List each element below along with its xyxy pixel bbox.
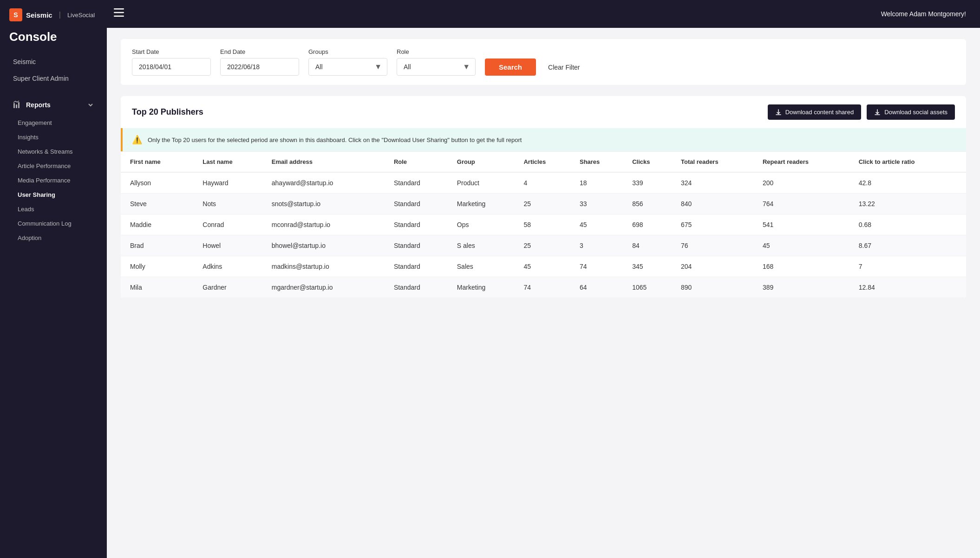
content-area: Start Date End Date Groups All Marketing… [107, 28, 980, 558]
console-label: Console [0, 26, 107, 53]
download-content-button[interactable]: Download content shared [768, 104, 861, 120]
col-lastname: Last name [197, 152, 266, 173]
download-content-icon [775, 109, 782, 116]
notice-bar: ⚠️ Only the Top 20 users for the selecte… [121, 128, 966, 151]
role-field: Role All Standard Admin ▼ [397, 48, 476, 76]
search-button[interactable]: Search [485, 58, 536, 76]
start-date-input[interactable] [132, 58, 211, 76]
table-section: Top 20 Publishers Download content share… [121, 96, 966, 298]
svg-rect-2 [18, 102, 20, 108]
clear-filter-button[interactable]: Clear Filter [545, 59, 582, 76]
reports-label: Reports [26, 101, 51, 109]
table-body: AllysonHaywardahayward@startup.ioStandar… [121, 172, 966, 298]
main-area: Welcome Adam Montgomery! Start Date End … [107, 0, 980, 558]
col-firstname: First name [121, 152, 197, 173]
role-select[interactable]: All Standard Admin [397, 58, 476, 76]
warning-icon: ⚠️ [132, 135, 142, 145]
col-role: Role [388, 152, 451, 173]
role-select-wrap: All Standard Admin ▼ [397, 58, 476, 76]
groups-select-wrap: All Marketing Sales Product Ops ▼ [308, 58, 387, 76]
hamburger-button[interactable] [114, 8, 124, 18]
notice-text: Only the Top 20 users for the selected p… [148, 136, 522, 143]
groups-field: Groups All Marketing Sales Product Ops ▼ [308, 48, 387, 76]
col-group: Group [451, 152, 518, 173]
filter-bar: Start Date End Date Groups All Marketing… [121, 39, 966, 85]
start-date-label: Start Date [132, 48, 211, 55]
table-row: AllysonHaywardahayward@startup.ioStandar… [121, 172, 966, 194]
sidebar-item-seismic[interactable]: Seismic [4, 53, 103, 70]
welcome-message: Welcome Adam Montgomery! [881, 10, 966, 18]
download-social-button[interactable]: Download social assets [867, 104, 955, 120]
role-label: Role [397, 48, 476, 55]
reports-icon [13, 101, 21, 109]
sidebar-reports-header[interactable]: Reports [4, 96, 103, 114]
table-row: MaddieConradmconrad@startup.ioStandardOp… [121, 214, 966, 235]
sidebar: S Seismic | LiveSocial Console Seismic S… [0, 0, 107, 558]
chevron-down-icon [87, 102, 94, 108]
svg-rect-5 [114, 16, 124, 17]
col-email: Email address [266, 152, 388, 173]
sidebar-item-article-performance[interactable]: Article Performance [4, 159, 103, 173]
logo-area: S Seismic | LiveSocial [0, 0, 107, 26]
start-date-field: Start Date [132, 48, 211, 76]
svg-rect-0 [13, 103, 15, 108]
table-title: Top 20 Publishers [132, 107, 203, 117]
table-row: SteveNotssnots@startup.ioStandardMarketi… [121, 194, 966, 214]
sidebar-item-adoption[interactable]: Adoption [4, 231, 103, 245]
table-row: MilaGardnermgardner@startup.ioStandardMa… [121, 277, 966, 298]
table-row: BradHowelbhowel@startup.ioStandardS ales… [121, 235, 966, 256]
download-social-icon [874, 109, 881, 116]
table-actions: Download content shared Download social … [768, 104, 955, 120]
logo-icon: S [9, 8, 22, 21]
table-header-row: Top 20 Publishers Download content share… [121, 96, 966, 128]
logo-divider: | [59, 11, 61, 19]
table-header: First name Last name Email address Role … [121, 152, 966, 173]
col-ratio: Click to article ratio [853, 152, 966, 173]
end-date-field: End Date [220, 48, 299, 76]
col-total-readers: Total readers [675, 152, 757, 173]
sidebar-item-communication-log[interactable]: Communication Log [4, 216, 103, 231]
sidebar-item-user-sharing[interactable]: User Sharing [4, 188, 103, 202]
groups-label: Groups [308, 48, 387, 55]
sidebar-item-leads[interactable]: Leads [4, 202, 103, 216]
svg-rect-4 [114, 12, 124, 13]
sidebar-item-engagement[interactable]: Engagement [4, 116, 103, 130]
sidebar-item-media-performance[interactable]: Media Performance [4, 173, 103, 188]
logo-text: Seismic [26, 11, 52, 19]
col-articles: Articles [518, 152, 574, 173]
topbar: Welcome Adam Montgomery! [107, 0, 980, 28]
publishers-table: First name Last name Email address Role … [121, 151, 966, 298]
svg-rect-3 [114, 8, 124, 10]
end-date-label: End Date [220, 48, 299, 55]
end-date-input[interactable] [220, 58, 299, 76]
sidebar-item-networks-streams[interactable]: Networks & Streams [4, 144, 103, 159]
groups-select[interactable]: All Marketing Sales Product Ops [308, 58, 387, 76]
col-clicks: Clicks [627, 152, 675, 173]
table-row: MollyAdkinsmadkins@startup.ioStandardSal… [121, 256, 966, 277]
sidebar-item-insights[interactable]: Insights [4, 130, 103, 144]
col-shares: Shares [574, 152, 627, 173]
sidebar-item-super-client-admin[interactable]: Super Client Admin [4, 70, 103, 87]
logo-sub: LiveSocial [67, 12, 95, 19]
svg-rect-1 [16, 104, 17, 108]
col-repeat-readers: Repeart readers [757, 152, 853, 173]
